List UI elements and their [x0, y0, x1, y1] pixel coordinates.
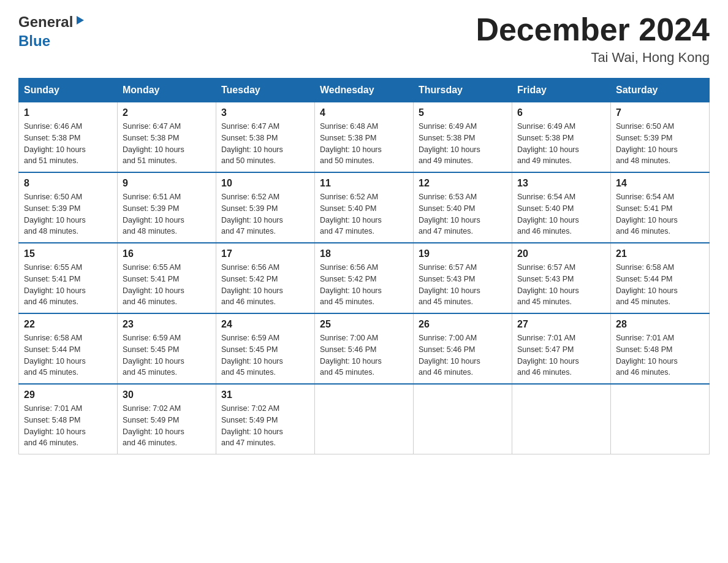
- day-number: 12: [419, 178, 507, 189]
- table-row: 20Sunrise: 6:57 AMSunset: 5:43 PMDayligh…: [512, 243, 611, 313]
- table-row: [315, 384, 414, 454]
- table-row: 5Sunrise: 6:49 AMSunset: 5:38 PMDaylight…: [414, 102, 512, 173]
- day-number: 6: [517, 107, 605, 118]
- day-info: Sunrise: 6:53 AMSunset: 5:40 PMDaylight:…: [419, 191, 507, 237]
- day-number: 4: [320, 107, 408, 118]
- day-info: Sunrise: 6:54 AMSunset: 5:40 PMDaylight:…: [517, 191, 605, 237]
- day-info: Sunrise: 6:49 AMSunset: 5:38 PMDaylight:…: [419, 121, 507, 167]
- day-info: Sunrise: 6:55 AMSunset: 5:41 PMDaylight:…: [123, 262, 211, 308]
- day-number: 26: [419, 319, 507, 330]
- day-number: 30: [123, 389, 211, 400]
- table-row: 21Sunrise: 6:58 AMSunset: 5:44 PMDayligh…: [611, 243, 710, 313]
- day-number: 13: [517, 178, 605, 189]
- calendar-table: Sunday Monday Tuesday Wednesday Thursday…: [18, 78, 710, 454]
- day-number: 19: [419, 248, 507, 259]
- day-info: Sunrise: 7:02 AMSunset: 5:49 PMDaylight:…: [221, 403, 309, 449]
- logo-blue-text: Blue: [18, 33, 50, 49]
- day-number: 22: [24, 319, 112, 330]
- day-number: 8: [24, 178, 112, 189]
- table-row: 10Sunrise: 6:52 AMSunset: 5:39 PMDayligh…: [216, 172, 315, 243]
- table-row: 29Sunrise: 7:01 AMSunset: 5:48 PMDayligh…: [19, 384, 118, 454]
- table-row: 12Sunrise: 6:53 AMSunset: 5:40 PMDayligh…: [414, 172, 512, 243]
- day-info: Sunrise: 6:48 AMSunset: 5:38 PMDaylight:…: [320, 121, 408, 167]
- day-info: Sunrise: 6:50 AMSunset: 5:39 PMDaylight:…: [24, 191, 112, 237]
- day-info: Sunrise: 7:02 AMSunset: 5:49 PMDaylight:…: [123, 403, 211, 449]
- day-number: 3: [221, 107, 309, 118]
- table-row: 7Sunrise: 6:50 AMSunset: 5:39 PMDaylight…: [611, 102, 710, 173]
- logo: General Blue: [18, 12, 85, 50]
- table-row: [414, 384, 512, 454]
- day-info: Sunrise: 6:55 AMSunset: 5:41 PMDaylight:…: [24, 262, 112, 308]
- table-row: 23Sunrise: 6:59 AMSunset: 5:45 PMDayligh…: [118, 313, 216, 384]
- table-row: 6Sunrise: 6:49 AMSunset: 5:38 PMDaylight…: [512, 102, 611, 173]
- day-number: 29: [24, 389, 112, 400]
- day-number: 31: [221, 389, 309, 400]
- table-row: 17Sunrise: 6:56 AMSunset: 5:42 PMDayligh…: [216, 243, 315, 313]
- table-row: 4Sunrise: 6:48 AMSunset: 5:38 PMDaylight…: [315, 102, 414, 173]
- page-subtitle: Tai Wai, Hong Kong: [476, 50, 710, 66]
- day-info: Sunrise: 6:57 AMSunset: 5:43 PMDaylight:…: [517, 262, 605, 308]
- day-info: Sunrise: 6:46 AMSunset: 5:38 PMDaylight:…: [24, 121, 112, 167]
- table-row: [611, 384, 710, 454]
- table-row: 16Sunrise: 6:55 AMSunset: 5:41 PMDayligh…: [118, 243, 216, 313]
- day-info: Sunrise: 7:00 AMSunset: 5:46 PMDaylight:…: [419, 332, 507, 378]
- col-wednesday: Wednesday: [315, 79, 414, 102]
- day-info: Sunrise: 6:49 AMSunset: 5:38 PMDaylight:…: [517, 121, 605, 167]
- day-info: Sunrise: 6:58 AMSunset: 5:44 PMDaylight:…: [616, 262, 704, 308]
- day-number: 11: [320, 178, 408, 189]
- col-sunday: Sunday: [19, 79, 118, 102]
- table-row: 1Sunrise: 6:46 AMSunset: 5:38 PMDaylight…: [19, 102, 118, 173]
- table-row: 31Sunrise: 7:02 AMSunset: 5:49 PMDayligh…: [216, 384, 315, 454]
- day-info: Sunrise: 7:01 AMSunset: 5:47 PMDaylight:…: [517, 332, 605, 378]
- col-thursday: Thursday: [414, 79, 512, 102]
- table-row: 25Sunrise: 7:00 AMSunset: 5:46 PMDayligh…: [315, 313, 414, 384]
- day-number: 28: [616, 319, 704, 330]
- table-row: 3Sunrise: 6:47 AMSunset: 5:38 PMDaylight…: [216, 102, 315, 173]
- col-tuesday: Tuesday: [216, 79, 315, 102]
- logo-general-text: General: [18, 12, 73, 31]
- day-info: Sunrise: 7:01 AMSunset: 5:48 PMDaylight:…: [24, 403, 112, 449]
- day-info: Sunrise: 6:47 AMSunset: 5:38 PMDaylight:…: [221, 121, 309, 167]
- day-info: Sunrise: 6:59 AMSunset: 5:45 PMDaylight:…: [123, 332, 211, 378]
- calendar-week-row: 8Sunrise: 6:50 AMSunset: 5:39 PMDaylight…: [19, 172, 710, 243]
- day-info: Sunrise: 6:47 AMSunset: 5:38 PMDaylight:…: [123, 121, 211, 167]
- table-row: 13Sunrise: 6:54 AMSunset: 5:40 PMDayligh…: [512, 172, 611, 243]
- day-number: 27: [517, 319, 605, 330]
- page-header: General Blue December 2024 Tai Wai, Hong…: [18, 12, 710, 66]
- day-info: Sunrise: 6:52 AMSunset: 5:40 PMDaylight:…: [320, 191, 408, 237]
- day-info: Sunrise: 6:57 AMSunset: 5:43 PMDaylight:…: [419, 262, 507, 308]
- day-number: 1: [24, 107, 112, 118]
- table-row: 24Sunrise: 6:59 AMSunset: 5:45 PMDayligh…: [216, 313, 315, 384]
- table-row: 14Sunrise: 6:54 AMSunset: 5:41 PMDayligh…: [611, 172, 710, 243]
- day-info: Sunrise: 6:51 AMSunset: 5:39 PMDaylight:…: [123, 191, 211, 237]
- table-row: 28Sunrise: 7:01 AMSunset: 5:48 PMDayligh…: [611, 313, 710, 384]
- day-info: Sunrise: 7:00 AMSunset: 5:46 PMDaylight:…: [320, 332, 408, 378]
- day-number: 17: [221, 248, 309, 259]
- day-info: Sunrise: 6:52 AMSunset: 5:39 PMDaylight:…: [221, 191, 309, 237]
- day-info: Sunrise: 6:59 AMSunset: 5:45 PMDaylight:…: [221, 332, 309, 378]
- table-row: 26Sunrise: 7:00 AMSunset: 5:46 PMDayligh…: [414, 313, 512, 384]
- day-number: 2: [123, 107, 211, 118]
- day-info: Sunrise: 6:58 AMSunset: 5:44 PMDaylight:…: [24, 332, 112, 378]
- day-number: 23: [123, 319, 211, 330]
- logo-arrow-icon: [74, 15, 85, 29]
- table-row: 27Sunrise: 7:01 AMSunset: 5:47 PMDayligh…: [512, 313, 611, 384]
- table-row: 8Sunrise: 6:50 AMSunset: 5:39 PMDaylight…: [19, 172, 118, 243]
- calendar-week-row: 1Sunrise: 6:46 AMSunset: 5:38 PMDaylight…: [19, 102, 710, 173]
- day-number: 25: [320, 319, 408, 330]
- day-info: Sunrise: 6:54 AMSunset: 5:41 PMDaylight:…: [616, 191, 704, 237]
- table-row: 18Sunrise: 6:56 AMSunset: 5:42 PMDayligh…: [315, 243, 414, 313]
- day-number: 24: [221, 319, 309, 330]
- day-info: Sunrise: 6:50 AMSunset: 5:39 PMDaylight:…: [616, 121, 704, 167]
- col-friday: Friday: [512, 79, 611, 102]
- page-title: December 2024: [476, 12, 710, 47]
- table-row: 30Sunrise: 7:02 AMSunset: 5:49 PMDayligh…: [118, 384, 216, 454]
- table-row: 11Sunrise: 6:52 AMSunset: 5:40 PMDayligh…: [315, 172, 414, 243]
- col-saturday: Saturday: [611, 79, 710, 102]
- day-number: 20: [517, 248, 605, 259]
- day-number: 14: [616, 178, 704, 189]
- day-number: 21: [616, 248, 704, 259]
- table-row: [512, 384, 611, 454]
- day-number: 9: [123, 178, 211, 189]
- day-number: 15: [24, 248, 112, 259]
